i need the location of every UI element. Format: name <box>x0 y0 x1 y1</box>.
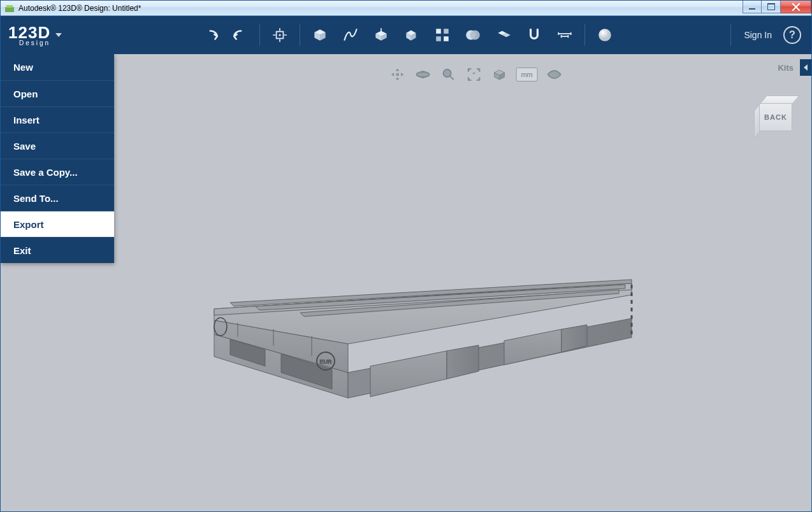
logo-text: 123D <box>8 24 50 41</box>
signin-link[interactable]: Sign In <box>744 30 772 40</box>
svg-rect-5 <box>444 29 449 34</box>
window-title: Autodesk® 123D® Design: Untitled* <box>18 4 141 13</box>
combine-button[interactable] <box>494 25 513 45</box>
menu-send-to[interactable]: Send To... <box>1 185 114 211</box>
app-menu-button[interactable]: 123D Design <box>7 24 66 46</box>
help-button[interactable]: ? <box>783 26 801 44</box>
view-toolbar: mm <box>389 66 563 83</box>
minimize-button[interactable] <box>743 1 762 13</box>
svg-point-9 <box>470 30 480 39</box>
svg-marker-21 <box>447 345 479 379</box>
modify-button[interactable] <box>402 25 421 45</box>
construct-button[interactable] <box>372 25 391 45</box>
snap-button[interactable] <box>525 25 544 45</box>
undo-button[interactable] <box>202 25 221 45</box>
menu-save-copy[interactable]: Save a Copy... <box>1 159 114 185</box>
viewport[interactable]: New Open Insert Save Save a Copy... Send… <box>1 54 811 511</box>
svg-point-10 <box>598 29 611 41</box>
menu-label: Save a Copy... <box>13 167 78 178</box>
svg-point-14 <box>444 69 451 77</box>
zoom-button[interactable] <box>440 66 458 83</box>
svg-marker-20 <box>370 351 447 397</box>
svg-point-13 <box>417 72 430 77</box>
menu-save[interactable]: Save <box>1 132 114 159</box>
svg-point-3 <box>279 34 281 36</box>
main-toolbar: 123D Design <box>1 16 811 54</box>
menu-label: Export <box>13 219 44 230</box>
menu-open[interactable]: Open <box>1 80 114 106</box>
maximize-button[interactable] <box>762 1 781 13</box>
svg-rect-7 <box>444 36 449 41</box>
menu-label: New <box>13 62 33 73</box>
svg-rect-1 <box>6 5 13 8</box>
app-icon <box>4 3 15 13</box>
menu-label: Send To... <box>13 193 59 204</box>
sketch-button[interactable] <box>341 25 360 45</box>
close-button[interactable] <box>781 1 811 13</box>
visibility-button[interactable] <box>546 66 563 83</box>
menu-exit[interactable]: Exit <box>1 237 114 263</box>
redo-button[interactable] <box>230 25 249 45</box>
history-group <box>193 22 258 48</box>
app-menu: New Open Insert Save Save a Copy... Send… <box>1 54 114 263</box>
menu-label: Insert <box>13 115 40 125</box>
svg-rect-4 <box>436 29 441 34</box>
menu-label: Open <box>13 89 38 99</box>
kits-panel-tab[interactable]: Kits <box>771 59 811 76</box>
app-window: Autodesk® 123D® Design: Untitled* 123D D… <box>0 0 812 512</box>
primitives-button[interactable] <box>310 25 330 45</box>
titlebar: Autodesk® 123D® Design: Untitled* <box>1 1 811 16</box>
viewcube[interactable]: BACK <box>754 96 799 140</box>
material-button[interactable] <box>595 25 614 45</box>
orbit-button[interactable] <box>414 66 432 83</box>
menu-label: Exit <box>13 245 31 256</box>
grouping-button[interactable] <box>463 25 482 45</box>
chevron-down-icon <box>55 33 62 37</box>
menu-insert[interactable]: Insert <box>1 106 114 132</box>
menu-label: Save <box>13 141 36 152</box>
chevron-left-icon <box>800 59 811 76</box>
fit-button[interactable] <box>465 66 483 83</box>
units-badge[interactable]: mm <box>516 68 538 82</box>
model-pallet[interactable]: EUR <box>205 271 638 411</box>
menu-export[interactable]: Export <box>1 211 114 237</box>
svg-point-11 <box>396 73 399 76</box>
menu-new[interactable]: New <box>1 54 114 80</box>
svg-point-15 <box>553 73 556 76</box>
measure-button[interactable] <box>555 25 574 45</box>
svg-rect-0 <box>5 7 14 12</box>
pattern-button[interactable] <box>433 25 452 45</box>
svg-text:EUR: EUR <box>319 359 332 365</box>
display-button[interactable] <box>491 66 509 83</box>
pan-button[interactable] <box>389 66 407 83</box>
transform-button[interactable] <box>270 25 289 45</box>
svg-rect-6 <box>436 36 441 41</box>
viewcube-back-face[interactable]: BACK <box>759 103 792 131</box>
kits-label: Kits <box>771 60 800 75</box>
svg-marker-22 <box>504 329 562 365</box>
window-controls <box>743 1 811 13</box>
